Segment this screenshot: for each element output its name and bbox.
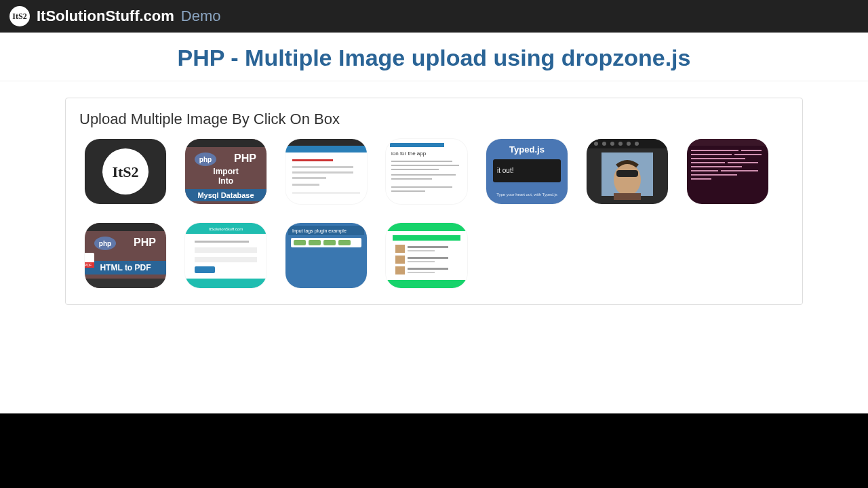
svg-point-41 <box>618 142 623 146</box>
svg-rect-91 <box>393 235 460 241</box>
svg-rect-30 <box>391 190 425 192</box>
svg-point-45 <box>614 163 641 196</box>
svg-rect-49 <box>687 139 768 146</box>
svg-text:it out!: it out! <box>497 167 513 174</box>
uploaded-thumb[interactable]: ion for the app <box>386 139 467 204</box>
svg-rect-57 <box>691 166 742 167</box>
uploaded-thumb[interactable]: php PHP Import Into Mysql Database <box>185 139 267 204</box>
uploaded-thumb[interactable]: php PHP HTML to PDF PDF <box>85 223 166 288</box>
svg-rect-22 <box>390 143 444 147</box>
svg-rect-20 <box>292 192 360 194</box>
svg-rect-51 <box>741 150 762 151</box>
uploaded-thumb[interactable] <box>285 139 367 204</box>
svg-rect-88 <box>338 240 351 245</box>
svg-text:Type your heart out, with Type: Type your heart out, with Typed.js <box>496 192 557 197</box>
svg-rect-27 <box>391 174 456 176</box>
svg-rect-101 <box>386 280 467 288</box>
divider <box>0 81 868 81</box>
logo-icon: ItS2 <box>9 6 30 26</box>
uploaded-thumb[interactable]: ItSolutionStuff.com <box>185 223 267 288</box>
svg-text:PHP: PHP <box>234 152 256 164</box>
svg-rect-18 <box>292 177 326 179</box>
svg-rect-87 <box>323 240 336 245</box>
svg-text:HTML to PDF: HTML to PDF <box>100 263 151 272</box>
svg-text:ItSolutionStuff.com: ItSolutionStuff.com <box>209 227 243 231</box>
svg-rect-72 <box>85 279 166 288</box>
svg-rect-47 <box>616 170 638 177</box>
svg-rect-95 <box>395 256 405 264</box>
svg-rect-14 <box>285 146 367 152</box>
svg-rect-58 <box>691 170 718 171</box>
panel-title: Upload Multiple Image By Click On Box <box>79 110 789 128</box>
svg-text:Input tags plugin example: Input tags plugin example <box>292 228 347 234</box>
svg-rect-13 <box>285 139 367 146</box>
svg-rect-52 <box>691 154 732 155</box>
svg-point-43 <box>635 142 639 146</box>
upload-panel: Upload Multiple Image By Click On Box It… <box>65 98 803 305</box>
uploaded-thumb[interactable]: Typed.js it out! Type your heart out, wi… <box>486 139 568 204</box>
svg-text:Import: Import <box>213 167 238 176</box>
svg-rect-76 <box>195 241 249 243</box>
svg-rect-50 <box>691 150 738 151</box>
svg-rect-59 <box>721 170 758 171</box>
uploaded-thumb[interactable]: Input tags plugin example <box>285 223 367 288</box>
svg-rect-55 <box>691 162 725 163</box>
svg-rect-54 <box>691 158 745 159</box>
svg-rect-100 <box>408 272 435 273</box>
svg-rect-24 <box>391 161 452 162</box>
svg-rect-99 <box>408 268 448 270</box>
svg-rect-56 <box>728 162 758 163</box>
svg-rect-80 <box>185 279 267 288</box>
page-title: PHP - Multiple Image upload using dropzo… <box>0 33 868 81</box>
uploaded-thumb[interactable] <box>386 223 467 288</box>
uploaded-thumb[interactable] <box>587 139 668 204</box>
svg-rect-94 <box>408 250 435 251</box>
svg-rect-92 <box>395 245 405 253</box>
svg-rect-93 <box>408 246 448 248</box>
svg-rect-97 <box>408 261 435 262</box>
svg-rect-61 <box>691 178 711 180</box>
svg-rect-53 <box>734 154 762 155</box>
dropzone-area[interactable]: ItS2 php PHP Import Into Mysql Database <box>79 139 789 288</box>
svg-text:Typed.js: Typed.js <box>509 144 545 155</box>
top-bar: ItS2 ItSolutionStuff.com Demo <box>0 0 868 33</box>
svg-rect-63 <box>85 223 166 231</box>
svg-rect-98 <box>395 266 405 274</box>
svg-rect-16 <box>292 166 353 168</box>
svg-text:Mysql Database: Mysql Database <box>197 191 254 199</box>
brand-sub: Demo <box>181 7 221 25</box>
svg-rect-29 <box>391 186 452 188</box>
svg-point-40 <box>610 142 614 146</box>
svg-point-39 <box>602 142 606 146</box>
svg-rect-4 <box>185 139 267 147</box>
svg-rect-60 <box>691 174 737 176</box>
svg-text:Into: Into <box>218 176 233 186</box>
svg-rect-21 <box>386 139 467 204</box>
svg-rect-78 <box>195 257 257 262</box>
uploaded-thumb[interactable] <box>687 139 768 204</box>
svg-rect-26 <box>391 169 439 170</box>
svg-rect-86 <box>309 240 321 245</box>
svg-rect-46 <box>614 193 641 200</box>
svg-rect-79 <box>195 266 215 273</box>
svg-rect-28 <box>391 178 432 180</box>
svg-rect-90 <box>386 223 467 231</box>
svg-rect-19 <box>292 184 319 186</box>
svg-text:ItS2: ItS2 <box>112 163 138 180</box>
svg-point-42 <box>627 142 631 146</box>
svg-text:php: php <box>99 240 111 247</box>
svg-rect-62 <box>85 223 166 288</box>
svg-rect-77 <box>195 247 257 253</box>
svg-rect-25 <box>391 165 459 166</box>
uploaded-thumb[interactable]: ItS2 <box>85 139 166 204</box>
svg-rect-96 <box>408 257 448 259</box>
svg-text:PDF: PDF <box>85 263 92 267</box>
svg-rect-85 <box>294 240 306 245</box>
svg-text:ion for the app: ion for the app <box>391 150 427 157</box>
svg-rect-17 <box>292 171 353 174</box>
svg-text:PHP: PHP <box>134 237 156 248</box>
brand-name[interactable]: ItSolutionStuff.com <box>37 7 174 25</box>
svg-rect-15 <box>292 159 333 161</box>
video-letterbox <box>0 413 868 488</box>
svg-text:php: php <box>199 156 212 163</box>
